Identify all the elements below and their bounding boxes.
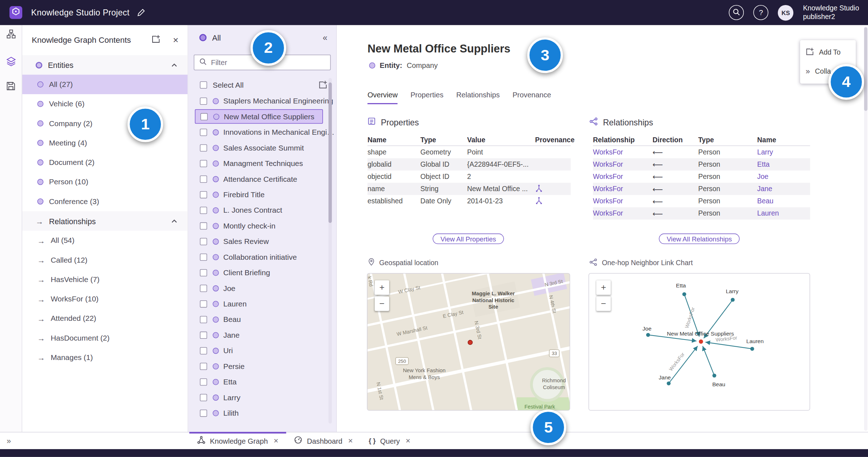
relationship-row[interactable]: WorksFor ⟵ Person Joe	[593, 171, 810, 183]
add-to-menu-item[interactable]: Add To	[800, 43, 856, 62]
list-item[interactable]: Lauren	[188, 296, 336, 311]
scrollbar-thumb[interactable]	[328, 83, 332, 223]
node-lauren[interactable]	[750, 347, 754, 351]
relationship-row[interactable]: WorksFor ⟵ Person Beau	[593, 195, 810, 207]
zoom-in-button[interactable]: +	[375, 280, 389, 295]
tab-dashboard[interactable]: Dashboard ✕	[286, 433, 361, 449]
entities-section-header[interactable]: Entities	[22, 55, 188, 75]
provenance-icon[interactable]	[535, 197, 543, 206]
checkbox[interactable]	[200, 238, 207, 245]
one-hop-link-chart[interactable]: Etta Larry Joe Lauren Jane Beau New Meta…	[588, 273, 810, 411]
list-item[interactable]: Uri	[188, 343, 336, 358]
list-item[interactable]: Etta	[188, 374, 336, 389]
close-tab-icon[interactable]: ✕	[405, 437, 410, 444]
relationship-row[interactable]: WorksFor ⟵ Person Larry	[593, 146, 810, 158]
checkbox[interactable]	[200, 222, 207, 229]
hierarchy-icon[interactable]	[6, 29, 16, 41]
detail-tab[interactable]: Properties	[410, 91, 443, 104]
node-jane[interactable]	[667, 382, 671, 386]
checkbox[interactable]	[200, 316, 207, 323]
detail-tab[interactable]: Relationships	[456, 91, 500, 104]
person-link[interactable]: Jane	[757, 185, 810, 193]
checkbox[interactable]	[200, 378, 207, 385]
checkbox[interactable]	[200, 409, 207, 416]
entity-filter-item[interactable]: Conference (3)	[22, 192, 188, 211]
list-item[interactable]: Larry	[188, 389, 336, 405]
user-avatar[interactable]: KS	[778, 5, 793, 20]
list-item[interactable]: Firebird Title	[188, 187, 336, 202]
tab-knowledge-graph[interactable]: Knowledge Graph ✕	[189, 433, 286, 449]
relationship-filter-item[interactable]: → HasDocument (2)	[22, 328, 188, 348]
checkbox[interactable]	[200, 253, 207, 260]
person-link[interactable]: Larry	[757, 148, 810, 156]
checkbox[interactable]	[200, 129, 207, 136]
select-all-checkbox[interactable]	[200, 81, 207, 88]
detail-tab[interactable]: Provenance	[513, 91, 551, 104]
relationship-row[interactable]: WorksFor ⟵ Person Jane	[593, 183, 810, 195]
relationship-filter-item[interactable]: → Attended (22)	[22, 309, 188, 328]
relationship-filter-item[interactable]: → Manages (1)	[22, 348, 188, 367]
search-button[interactable]	[729, 5, 744, 20]
checkbox[interactable]	[200, 347, 207, 354]
relationships-section-header[interactable]: → Relationships	[22, 211, 188, 231]
person-link[interactable]: Etta	[757, 161, 810, 169]
checkbox[interactable]	[200, 175, 207, 183]
add-item-icon[interactable]	[151, 34, 160, 46]
help-button[interactable]: ?	[753, 5, 769, 20]
geospatial-map[interactable]: k Rd W Clay St E Clay St W Marshall St N…	[367, 273, 570, 411]
node-larry[interactable]	[731, 298, 735, 302]
relationship-row[interactable]: WorksFor ⟵ Person Lauren	[593, 207, 810, 220]
edit-title-pencil-icon[interactable]	[137, 8, 145, 17]
property-row[interactable]: name String New Metal Office ...	[368, 183, 571, 195]
close-tab-icon[interactable]: ✕	[348, 437, 353, 444]
property-row[interactable]: objectid Object ID 2	[368, 171, 571, 183]
relationship-link[interactable]: WorksFor	[593, 209, 653, 217]
relationship-filter-item[interactable]: → Called (12)	[22, 250, 188, 269]
select-all-row[interactable]: Select All	[188, 76, 336, 93]
checkbox[interactable]	[200, 160, 207, 167]
chevron-up-icon[interactable]	[171, 218, 178, 225]
list-item[interactable]: L. Jones Contract	[188, 202, 336, 218]
chevron-up-icon[interactable]	[171, 61, 178, 68]
property-row[interactable]: shape Geometry Point	[368, 146, 571, 158]
relationship-row[interactable]: WorksFor ⟵ Person Etta	[593, 158, 810, 170]
detail-tab[interactable]: Overview	[368, 91, 398, 104]
relationship-link[interactable]: WorksFor	[593, 148, 653, 156]
list-item[interactable]: Beau	[188, 311, 336, 327]
account-info[interactable]: Knowledge Studio publisher2	[803, 4, 859, 21]
list-item[interactable]: Staplers Mechanical Engineering	[188, 93, 336, 109]
tab-query[interactable]: { } Query ✕	[361, 433, 418, 449]
zoom-out-button[interactable]: −	[375, 296, 389, 311]
relationship-link[interactable]: WorksFor	[593, 173, 653, 181]
app-logo[interactable]	[9, 6, 22, 19]
property-row[interactable]: globalid Global ID {A228944F-0EF5-...	[368, 158, 571, 170]
list-item[interactable]: Collaboration initiative	[188, 249, 336, 264]
list-item[interactable]: Client Briefing	[188, 265, 336, 280]
layers-icon[interactable]	[6, 56, 16, 69]
node-center[interactable]	[699, 340, 703, 344]
relationship-link[interactable]: WorksFor	[593, 197, 653, 205]
entity-filter-item[interactable]: Document (2)	[22, 153, 188, 172]
relationship-filter-item[interactable]: → WorksFor (10)	[22, 289, 188, 309]
checkbox[interactable]	[200, 269, 207, 276]
node-beau[interactable]	[713, 374, 717, 378]
list-item[interactable]: Montly check-in	[188, 218, 336, 233]
scrollbar-thumb[interactable]	[864, 27, 867, 111]
close-panel-icon[interactable]: ✕	[173, 36, 179, 44]
list-item[interactable]: Attendance Certificate	[188, 171, 336, 186]
list-item[interactable]: Jane	[188, 327, 336, 342]
checkbox[interactable]	[200, 144, 207, 151]
node-joe[interactable]	[646, 333, 650, 337]
zoom-in-button[interactable]: +	[596, 280, 611, 295]
list-item[interactable]: Persie	[188, 358, 336, 374]
list-item[interactable]: Managment Techniques	[188, 156, 336, 171]
checkbox[interactable]	[200, 300, 207, 307]
expand-rail-icon[interactable]: »	[7, 433, 11, 449]
entity-filter-item[interactable]: All (27)	[22, 75, 188, 94]
view-all-properties-button[interactable]: View All Properties	[433, 234, 504, 244]
list-item[interactable]: New Metal Office Suppliers	[195, 109, 323, 124]
checkbox[interactable]	[200, 331, 207, 338]
node-etta[interactable]	[682, 292, 686, 296]
view-all-relationships-button[interactable]: View All Relationships	[659, 234, 739, 244]
zoom-out-button[interactable]: −	[596, 296, 611, 311]
